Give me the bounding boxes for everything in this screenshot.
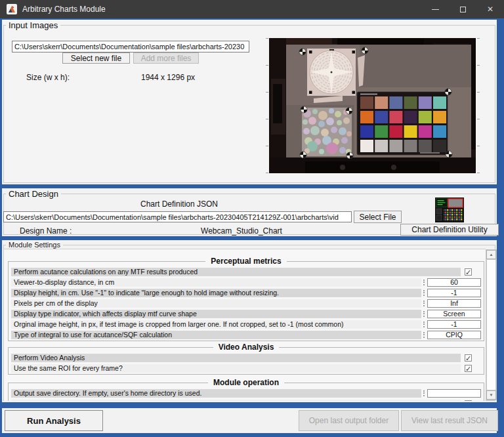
axis-ticks-left (266, 38, 268, 174)
settings-row: Pixels per cm of the display Inf (11, 299, 481, 308)
settings-row: Display type indicator, which affects di… (11, 309, 481, 318)
suppress-messages-checkbox[interactable] (465, 400, 472, 402)
scroll-down-icon: ▼ (490, 393, 494, 397)
chart-definition-path-field[interactable] (3, 211, 352, 222)
chart-definition-json-label: Chart Definition JSON (68, 199, 291, 209)
viewer-distance-input[interactable]: 60 (427, 278, 481, 287)
input-images-panel: Input Images Select new file Add more fi… (2, 20, 497, 184)
setting-label: Orginal image height, in px, if test ima… (11, 320, 421, 329)
display-height-input[interactable]: -1 (427, 289, 481, 297)
setting-label: Viewer-to-display distance, in cm (11, 278, 421, 287)
preview-image (269, 38, 476, 173)
chart-design-panel: Chart Design Chart Definition JSON Selec… (2, 188, 497, 236)
select-file-button[interactable]: Select File (354, 211, 402, 223)
perceptual-metrics-group: Perceptual metrics Perform acutance calc… (8, 257, 484, 341)
grip-icon (423, 301, 426, 306)
app-window: Arbitrary Charts Module ✕ Input Images S… (0, 0, 504, 437)
settings-row: Orginal image height, in px, if test ima… (11, 320, 481, 329)
design-name-value: Webcam_Studio_Chart (133, 226, 350, 236)
maximize-icon (460, 7, 466, 12)
grip-icon (423, 390, 426, 396)
setting-label: Output save directory. If empty, user's … (11, 389, 421, 398)
scroll-up-icon: ▲ (490, 253, 494, 257)
settings-scroll-area: Perceptual metrics Perform acutance calc… (4, 249, 486, 401)
settings-row: Viewer-to-display distance, in cm 60 (11, 278, 481, 287)
settings-row: Suppress all messages and GUI pop-ups (11, 399, 481, 401)
original-height-input[interactable]: -1 (427, 320, 481, 329)
module-operation-group: Module operation Output save directory. … (8, 378, 484, 401)
settings-row: Output save directory. If empty, user's … (11, 388, 481, 398)
module-operation-title: Module operation (208, 378, 284, 387)
acutance-checkbox[interactable] (465, 268, 472, 276)
scroll-up-button[interactable]: ▲ (486, 250, 496, 259)
title-bar: Arbitrary Charts Module ✕ (0, 0, 504, 18)
settings-row: Type of integral to use for acutance/SQF… (11, 330, 481, 339)
setting-label: Type of integral to use for acutance/SQF… (11, 331, 421, 339)
scrollbar-thumb[interactable] (486, 259, 496, 390)
close-icon: ✕ (487, 5, 494, 14)
select-new-file-button[interactable]: Select new file (62, 52, 130, 64)
minimize-button[interactable] (421, 0, 449, 18)
setting-label: Perform acutance calculations on any MTF… (11, 268, 461, 276)
footer-bar: Run Analysis Open last output folder Vie… (2, 408, 497, 433)
window-title: Arbitrary Charts Module (22, 5, 106, 14)
settings-row: Perform acutance calculations on any MTF… (11, 267, 481, 276)
settings-row: Perform Video Analysis (11, 353, 481, 362)
settings-scrollbar[interactable]: ▲ ▼ (486, 249, 497, 400)
size-value: 1944 x 1296 px (141, 73, 195, 82)
axis-ticks-right (477, 38, 480, 174)
minimize-icon (432, 9, 439, 10)
maximize-button[interactable] (449, 0, 476, 18)
size-label: Size (w x h): (26, 73, 70, 82)
grip-icon (423, 311, 426, 317)
grip-icon (423, 322, 426, 327)
video-analysis-group: Video Analysis Perform Video Analysis Us… (8, 343, 484, 375)
module-settings-panel: Module Settings Perceptual metrics Perfo… (2, 240, 497, 402)
run-analysis-button[interactable]: Run Analysis (5, 410, 103, 431)
scroll-down-button[interactable]: ▼ (486, 390, 496, 400)
setting-label: Use the same ROI for every frame? (11, 364, 461, 373)
open-last-output-folder-button: Open last output folder (299, 410, 399, 431)
chart-definition-utility-button[interactable]: Chart Definition Utility (400, 224, 499, 236)
design-name-label: Design Name : (20, 226, 72, 236)
integral-type-input[interactable]: CPIQ (427, 331, 481, 339)
video-analysis-title: Video Analysis (213, 343, 280, 352)
display-type-input[interactable]: Screen (427, 310, 481, 318)
grip-icon (423, 280, 426, 285)
setting-label: Pixels per cm of the display (11, 299, 421, 308)
same-roi-checkbox[interactable] (465, 365, 472, 372)
pixels-per-cm-input[interactable]: Inf (427, 299, 481, 308)
grip-icon (423, 290, 426, 296)
app-icon (7, 4, 17, 14)
setting-label: Display height, in cm. Use "-1" to indic… (11, 289, 421, 297)
add-more-files-button: Add more files (133, 52, 199, 64)
input-images-title: Input Images (6, 20, 60, 30)
input-image-path-field[interactable] (12, 41, 249, 52)
video-analysis-checkbox[interactable] (465, 354, 472, 362)
perceptual-metrics-title: Perceptual metrics (205, 257, 286, 266)
output-directory-input[interactable] (427, 389, 481, 398)
setting-label: Display type indicator, which affects di… (11, 310, 421, 318)
setting-label: Suppress all messages and GUI pop-ups (11, 400, 461, 402)
chart-design-title: Chart Design (6, 189, 61, 199)
view-last-result-json-button: View last result JSON (401, 410, 498, 431)
close-button[interactable]: ✕ (476, 0, 504, 18)
grip-icon (423, 332, 426, 338)
chart-thumbnail-image (435, 198, 464, 222)
module-settings-title: Module Settings (6, 241, 63, 249)
setting-label: Perform Video Analysis (11, 354, 461, 362)
settings-row: Use the same ROI for every frame? (11, 364, 481, 373)
settings-row: Display height, in cm. Use "-1" to indic… (11, 288, 481, 297)
